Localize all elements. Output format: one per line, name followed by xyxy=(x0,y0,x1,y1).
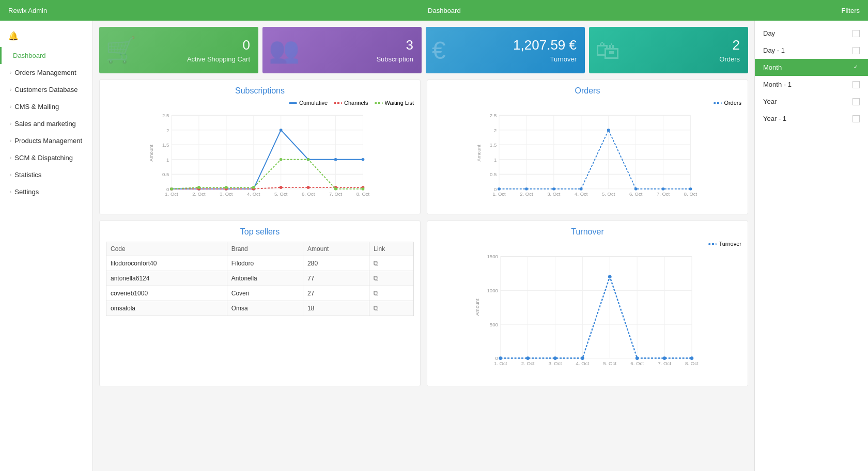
table-cell-brand: Coveri xyxy=(227,286,303,301)
table-cell-brand: Filodoro xyxy=(227,256,303,271)
orders-title: Orders xyxy=(433,86,741,96)
table-header: Amount xyxy=(303,242,369,256)
legend-label: Channels xyxy=(344,100,368,106)
card-value: 3 xyxy=(406,37,413,53)
svg-text:0.5: 0.5 xyxy=(490,171,497,177)
legend-item: Channels xyxy=(334,100,368,106)
filter-item-month[interactable]: Month xyxy=(755,59,868,76)
filter-item-year[interactable]: Year xyxy=(755,93,868,110)
sidebar-arrow: › xyxy=(10,70,11,75)
table-cell-link[interactable]: ⧉ xyxy=(369,256,414,271)
filter-item-year---1[interactable]: Year - 1 xyxy=(755,110,868,127)
legend-item: Orders xyxy=(714,100,741,106)
turnover-svg: 0500100015001. Oct2. Oct3. Oct4. Oct5. O… xyxy=(433,249,741,378)
svg-text:500: 500 xyxy=(490,322,498,327)
external-link-icon[interactable]: ⧉ xyxy=(374,289,378,297)
svg-text:Amount: Amount xyxy=(148,145,154,162)
svg-text:7. Oct: 7. Oct xyxy=(658,360,671,366)
table-cell-brand: Omsa xyxy=(227,301,303,316)
table-cell-amount: 280 xyxy=(303,256,369,271)
sidebar-arrow: › xyxy=(10,172,11,178)
sidebar-item-label: CMS & Mailing xyxy=(14,103,59,111)
svg-text:1: 1 xyxy=(494,157,497,163)
orders-chart: Orders Orders 00.511.522.51. Oct2. Oct3.… xyxy=(427,80,748,214)
svg-text:2: 2 xyxy=(494,128,497,133)
bottom-row: Top sellers CodeBrandAmountLinkfilodoroc… xyxy=(99,221,748,386)
svg-text:4. Oct: 4. Oct xyxy=(247,191,260,197)
sidebar-item-statistics[interactable]: ›Statistics xyxy=(0,166,92,183)
svg-text:6. Oct: 6. Oct xyxy=(630,360,644,366)
external-link-icon[interactable]: ⧉ xyxy=(374,304,378,312)
svg-text:Amount: Amount xyxy=(476,145,482,162)
svg-point-83 xyxy=(525,187,528,191)
brand-label: Rewix Admin xyxy=(8,7,47,14)
sidebar-arrow: › xyxy=(10,189,11,195)
filter-label: Year xyxy=(763,98,777,105)
table-cell-link[interactable]: ⧉ xyxy=(369,301,414,316)
sidebar-item-cms-&-mailing[interactable]: ›CMS & Mailing xyxy=(0,98,92,115)
table-header: Brand xyxy=(227,242,303,256)
svg-text:8. Oct: 8. Oct xyxy=(357,191,370,197)
sidebar-item-label: SCM & Dispatching xyxy=(14,154,73,162)
stat-card-1: 👥 3 Subscription xyxy=(262,27,422,73)
filter-checkbox xyxy=(853,115,860,122)
sidebar-item-label: Products Management xyxy=(14,137,82,145)
svg-point-48 xyxy=(252,186,255,189)
sidebar-item-orders-management[interactable]: ›Orders Management xyxy=(0,64,92,81)
svg-point-33 xyxy=(280,129,283,132)
sidebar-item-customers-database[interactable]: ›Customers Database xyxy=(0,81,92,98)
table-cell-code: coverieb1000 xyxy=(106,286,227,301)
svg-point-47 xyxy=(225,186,228,189)
stat-card-2: € 1,207.59 € Turnover xyxy=(426,27,585,73)
sidebar-item-scm-&-dispatching[interactable]: ›SCM & Dispatching xyxy=(0,149,92,166)
svg-text:5. Oct: 5. Oct xyxy=(603,360,616,366)
bell-icon: 🔔 xyxy=(0,25,92,47)
subscriptions-title: Subscriptions xyxy=(106,86,414,96)
external-link-icon[interactable]: ⧉ xyxy=(374,259,378,267)
subscriptions-chart: Subscriptions Cumulative Channels Waitin… xyxy=(99,80,421,214)
legend-item: Waiting List xyxy=(375,100,414,106)
svg-point-117 xyxy=(553,356,557,360)
table-cell-link[interactable]: ⧉ xyxy=(369,271,414,286)
card-label: Orders xyxy=(719,55,740,63)
svg-point-49 xyxy=(280,158,283,161)
svg-point-87 xyxy=(634,187,638,191)
table-cell-code: omsalola xyxy=(106,301,227,316)
legend-label: Turnover xyxy=(719,241,741,247)
table-cell-link[interactable]: ⧉ xyxy=(369,286,414,301)
filters-label: Filters xyxy=(842,7,860,14)
svg-text:5. Oct: 5. Oct xyxy=(602,191,615,197)
svg-point-89 xyxy=(689,187,692,191)
page-title: Dashboard xyxy=(428,7,461,14)
orders-svg: 00.511.522.51. Oct2. Oct3. Oct4. Oct5. O… xyxy=(433,108,741,206)
svg-point-85 xyxy=(580,187,583,191)
filter-checkbox xyxy=(853,98,860,105)
filter-item-day[interactable]: Day xyxy=(755,25,868,42)
sidebar-item-settings[interactable]: ›Settings xyxy=(0,183,92,200)
sidebar-item-sales-and-marketing[interactable]: ›Sales and marketing xyxy=(0,115,92,132)
svg-text:3. Oct: 3. Oct xyxy=(547,191,561,197)
svg-text:0.5: 0.5 xyxy=(162,171,169,177)
external-link-icon[interactable]: ⧉ xyxy=(374,274,378,282)
top-sellers-box: Top sellers CodeBrandAmountLinkfilodoroc… xyxy=(99,221,421,386)
svg-text:2. Oct: 2. Oct xyxy=(521,360,535,366)
svg-point-122 xyxy=(690,356,694,360)
svg-text:4. Oct: 4. Oct xyxy=(575,191,588,197)
svg-point-116 xyxy=(526,356,530,360)
filter-checkbox xyxy=(853,30,860,37)
filter-item-day---1[interactable]: Day - 1 xyxy=(755,42,868,59)
svg-point-42 xyxy=(307,186,310,189)
sidebar-item-dashboard[interactable]: Dashboard xyxy=(0,47,92,64)
filter-checkbox xyxy=(853,47,860,54)
svg-point-84 xyxy=(552,187,555,191)
sidebar-arrow: › xyxy=(10,121,11,127)
svg-text:7. Oct: 7. Oct xyxy=(657,191,670,197)
table-header: Code xyxy=(106,242,227,256)
table-row: antonella6124Antonella77⧉ xyxy=(106,271,414,286)
svg-text:1. Oct: 1. Oct xyxy=(494,360,507,366)
svg-text:5. Oct: 5. Oct xyxy=(274,191,288,197)
sidebar-item-products-management[interactable]: ›Products Management xyxy=(0,132,92,149)
sidebar-item-label: Orders Management xyxy=(14,69,76,76)
filter-item-month---1[interactable]: Month - 1 xyxy=(755,76,868,93)
card-value: 1,207.59 € xyxy=(513,37,577,53)
